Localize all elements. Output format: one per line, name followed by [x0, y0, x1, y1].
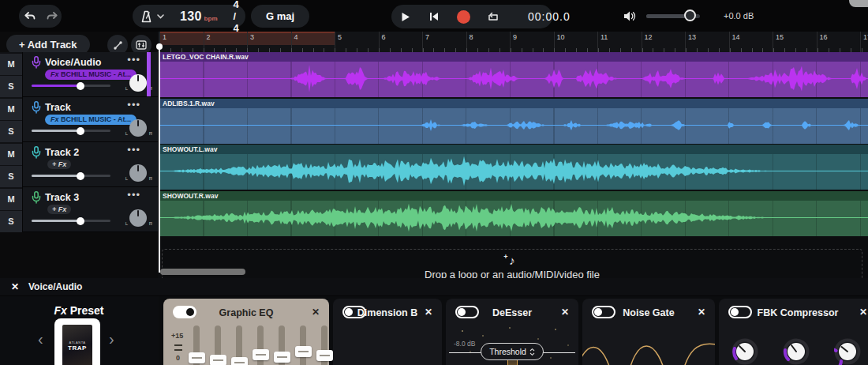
gate-curve: [582, 330, 715, 365]
mute-button[interactable]: M: [0, 189, 22, 210]
clip-filename: ADLIBS.1.R.wav: [163, 100, 215, 107]
close-icon[interactable]: ✕: [698, 307, 705, 318]
play-button[interactable]: [391, 5, 420, 28]
track-volume-slider[interactable]: [32, 220, 110, 222]
track-volume-knob[interactable]: [77, 82, 84, 90]
track-row[interactable]: M S Track ••• Fx BCHILL MUSIC - At... L …: [0, 97, 158, 142]
playhead[interactable]: [159, 43, 160, 273]
pan-knob[interactable]: [129, 119, 147, 137]
track-menu-button[interactable]: •••: [127, 99, 140, 111]
track-volume-knob[interactable]: [77, 127, 84, 135]
timeline-ruler[interactable]: 1234567891011121314151617: [158, 32, 868, 52]
track-volume-knob[interactable]: [77, 217, 84, 225]
waveform: [159, 154, 868, 188]
track-row[interactable]: M S Track 2 ••• + Fx L R: [0, 142, 158, 187]
eq-band-handle[interactable]: [231, 357, 248, 365]
mic-icon: [32, 101, 41, 114]
selected-track-strip: [147, 52, 151, 96]
close-icon[interactable]: ✕: [312, 307, 320, 318]
compressor-knob-2[interactable]: [783, 338, 810, 365]
undo-button[interactable]: [19, 5, 41, 28]
solo-button[interactable]: S: [0, 211, 22, 232]
track-name[interactable]: Track 2: [45, 147, 79, 158]
eq-band-rail: [300, 325, 306, 365]
pan-knob[interactable]: [129, 209, 147, 227]
eq-band-handle[interactable]: [274, 352, 290, 363]
redo-button[interactable]: [41, 5, 63, 28]
preset-prev-button[interactable]: ‹: [38, 331, 43, 347]
bar-number: 1: [163, 33, 166, 41]
record-icon: [457, 10, 470, 24]
close-icon[interactable]: ✕: [11, 281, 19, 292]
audio-clip[interactable]: SHOWOUT.R.wav: [159, 191, 868, 236]
eq-band-handle[interactable]: [210, 355, 226, 365]
threshold-dropdown[interactable]: Threshold: [481, 343, 544, 360]
track-menu-button[interactable]: •••: [127, 144, 140, 156]
solo-button[interactable]: S: [0, 76, 22, 97]
bar-number: 16: [820, 33, 828, 41]
metronome-button[interactable]: [133, 5, 172, 28]
audio-clip[interactable]: LETGO_VOC CHAIN.R.wav: [159, 52, 868, 97]
key-selector[interactable]: G maj: [251, 5, 309, 28]
bar-number: 5: [338, 33, 342, 41]
track-name[interactable]: Voice/Audio: [45, 57, 101, 68]
mute-button[interactable]: M: [0, 54, 22, 75]
bar-number: 8: [470, 33, 473, 41]
bpm-display[interactable]: 130 bpm: [172, 5, 226, 28]
track-row[interactable]: M S Voice/Audio ••• Fx BCHILL MUSIC - At…: [0, 52, 158, 97]
bar-number: 9: [513, 33, 517, 41]
eq-band-handle[interactable]: [295, 346, 312, 357]
master-gain-label: +0.0 dB: [724, 11, 754, 21]
audio-clip[interactable]: SHOWOUT.L.wav: [159, 145, 868, 190]
track-volume-slider[interactable]: [32, 130, 110, 132]
track-menu-button[interactable]: •••: [127, 54, 140, 66]
eq-band-handle[interactable]: [253, 349, 269, 360]
solo-button[interactable]: S: [0, 121, 22, 142]
compressor-knob-1[interactable]: [731, 338, 758, 365]
track-volume-slider[interactable]: [32, 85, 110, 87]
track-name[interactable]: Track 3: [45, 192, 79, 203]
close-icon[interactable]: ✕: [425, 307, 432, 318]
master-volume-knob[interactable]: [684, 9, 696, 21]
clip-filename: SHOWOUT.L.wav: [163, 145, 217, 153]
mute-button[interactable]: M: [0, 99, 22, 120]
add-fx-button[interactable]: + Fx: [47, 205, 71, 214]
fx-chain-pill[interactable]: Fx BCHILL MUSIC - At...: [45, 115, 137, 125]
waveform: [159, 201, 868, 235]
fx-preset-section: Fx Preset ‹ ATLANTA TRAP ›: [0, 296, 159, 365]
pan-knob[interactable]: [129, 74, 147, 92]
preset-artwork[interactable]: ATLANTA TRAP: [54, 318, 100, 365]
waveform: [159, 62, 868, 96]
effect-card-dimension-b: Dimension B ✕: [333, 299, 442, 365]
close-icon[interactable]: ✕: [859, 307, 867, 318]
eq-band-handle[interactable]: [189, 352, 205, 363]
pan-knob[interactable]: [129, 164, 147, 182]
solo-button[interactable]: S: [0, 166, 22, 187]
preset-next-button[interactable]: ›: [109, 331, 114, 347]
record-button[interactable]: [448, 5, 479, 28]
master-volume-slider[interactable]: [646, 14, 700, 18]
bar-number: 17: [863, 33, 868, 41]
track-menu-button[interactable]: •••: [127, 189, 140, 201]
track-volume-knob[interactable]: [77, 172, 84, 180]
track-row[interactable]: M S Track 3 ••• + Fx L R: [0, 187, 158, 232]
time-signature[interactable]: 4 / 4: [226, 5, 247, 28]
compressor-knob-3[interactable]: [834, 338, 861, 365]
horizontal-scrollbar[interactable]: [160, 269, 245, 275]
bar-number: 4: [294, 33, 298, 41]
fx-chain-pill[interactable]: Fx BCHILL MUSIC - At...: [45, 70, 137, 80]
eq-band-handle[interactable]: [316, 350, 333, 361]
track-name[interactable]: Track: [45, 102, 71, 113]
loop-button[interactable]: [479, 5, 507, 28]
bar-number: 11: [600, 33, 608, 41]
mic-icon: [32, 56, 41, 69]
effect-title: Graphic EQ: [163, 307, 329, 318]
close-icon[interactable]: ✕: [561, 307, 569, 318]
mute-button[interactable]: M: [0, 144, 22, 165]
skip-to-start-button[interactable]: [420, 5, 448, 28]
preset-art-image: ATLANTA TRAP: [62, 325, 92, 365]
audio-clip[interactable]: ADLIBS.1.R.wav: [159, 99, 868, 144]
speaker-icon[interactable]: [623, 10, 637, 22]
track-volume-slider[interactable]: [32, 175, 110, 177]
add-fx-button[interactable]: + Fx: [47, 160, 71, 169]
